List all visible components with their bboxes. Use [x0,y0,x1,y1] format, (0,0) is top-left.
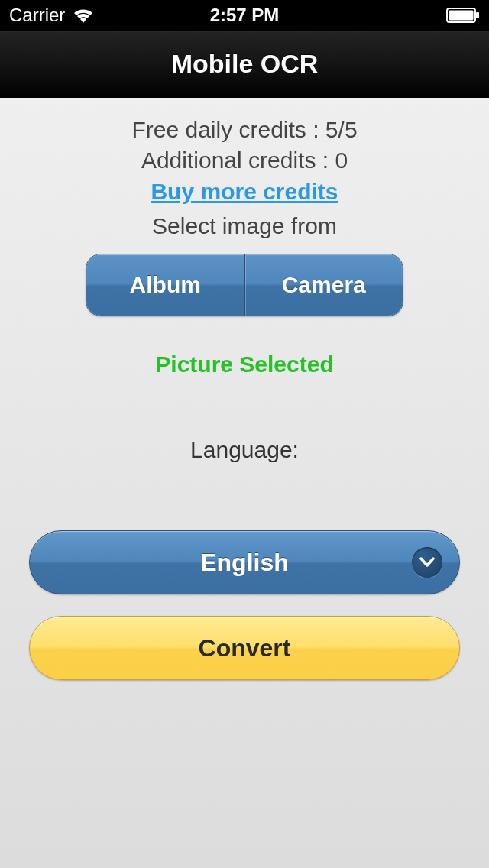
album-button[interactable]: Album [86,254,245,316]
album-button-label: Album [130,272,201,298]
nav-bar: Mobile OCR [0,31,489,98]
carrier-label: Carrier [9,5,65,26]
language-label: Language: [0,437,489,463]
chevron-down-icon [412,547,442,578]
free-credits-label: Free daily credits : 5/5 [0,115,489,145]
battery-icon [446,8,480,23]
additional-credits-label: Additional credits : 0 [0,145,489,176]
select-image-label: Select image from [0,209,489,243]
convert-button-label: Convert [199,634,291,662]
svg-rect-1 [449,11,474,21]
camera-button[interactable]: Camera [245,254,403,316]
language-selected-label: English [200,549,289,577]
image-source-segmented: Album Camera [86,254,403,316]
main-content: Free daily credits : 5/5 Additional cred… [0,98,489,680]
picture-status-label: Picture Selected [0,351,489,377]
wifi-icon [73,8,94,24]
convert-button[interactable]: Convert [29,616,460,680]
language-dropdown[interactable]: English [29,530,460,594]
page-title: Mobile OCR [171,49,319,79]
status-bar: Carrier 2:57 PM [0,0,489,31]
camera-button-label: Camera [282,272,366,298]
svg-rect-2 [476,12,479,18]
buy-credits-link[interactable]: Buy more credits [151,176,338,208]
